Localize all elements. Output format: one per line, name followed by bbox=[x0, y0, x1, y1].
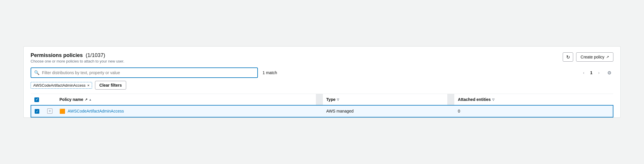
filter-tag-close-button[interactable]: × bbox=[87, 83, 89, 88]
th-check: ✓ bbox=[31, 94, 44, 105]
policy-name-link[interactable]: 🟧 AWSCodeArtifactAdminAccess bbox=[59, 108, 312, 114]
row-type-cell: AWS managed bbox=[323, 105, 448, 117]
sort-asc-icon[interactable]: ▲ bbox=[89, 98, 92, 101]
filter-row: AWSCodeArtifactAdminAccess × Clear filte… bbox=[31, 81, 613, 90]
panel-subtitle: Choose one or more policies to attach to… bbox=[31, 59, 124, 63]
th-attached-entities: Attached entities ▽ bbox=[454, 94, 613, 105]
external-link-icon: ↗ bbox=[606, 55, 609, 59]
col-divider-1 bbox=[316, 94, 323, 105]
th-policy-name: Policy name ↗ ▲ bbox=[56, 94, 316, 105]
filter-tag: AWSCodeArtifactAdminAccess × bbox=[31, 82, 92, 89]
panel-title-area: Permissions policies (1/1037) Choose one… bbox=[31, 52, 124, 63]
select-all-checkbox[interactable]: ✓ bbox=[34, 97, 39, 102]
create-policy-button[interactable]: Create policy ↗ bbox=[576, 52, 613, 62]
expand-icon[interactable]: + bbox=[47, 108, 52, 114]
table-row: ✓ + 🟧 AWSCodeArtifactAdminAccess AWS man… bbox=[31, 105, 613, 117]
external-link-icon: ↗ bbox=[85, 98, 87, 101]
refresh-button[interactable]: ↻ bbox=[563, 52, 573, 62]
search-box[interactable]: 🔍 bbox=[31, 67, 258, 78]
row-expand-cell: + bbox=[44, 105, 56, 117]
row-divider-2 bbox=[447, 105, 454, 117]
match-label: 1 match bbox=[263, 70, 277, 75]
next-page-button[interactable]: › bbox=[595, 69, 603, 77]
clear-filters-button[interactable]: Clear filters bbox=[95, 81, 126, 90]
filter-tag-text: AWSCodeArtifactAdminAccess bbox=[33, 83, 85, 88]
search-input[interactable] bbox=[42, 70, 254, 75]
search-row: 🔍 1 match ‹ 1 › ⚙ bbox=[31, 67, 613, 78]
panel-title: Permissions policies (1/1037) bbox=[31, 52, 124, 58]
header-actions: ↻ Create policy ↗ bbox=[563, 52, 613, 62]
row-checkbox[interactable]: ✓ bbox=[35, 109, 39, 114]
permissions-panel: Permissions policies (1/1037) Choose one… bbox=[23, 46, 621, 118]
page-number: 1 bbox=[590, 70, 592, 75]
col-divider-2 bbox=[447, 94, 454, 105]
row-checkbox-cell: ✓ bbox=[31, 105, 44, 117]
search-icon: 🔍 bbox=[34, 70, 40, 75]
permissions-table: ✓ Policy name ↗ ▲ Type ▽ bbox=[31, 94, 613, 117]
panel-header: Permissions policies (1/1037) Choose one… bbox=[31, 52, 613, 63]
th-expand bbox=[44, 94, 56, 105]
refresh-icon: ↻ bbox=[566, 54, 570, 60]
row-entities-cell: 0 bbox=[454, 105, 613, 117]
pagination-area: ‹ 1 › ⚙ bbox=[580, 69, 613, 77]
th-type: Type ▽ bbox=[323, 94, 448, 105]
pagination-settings-button[interactable]: ⚙ bbox=[605, 69, 613, 77]
row-policy-name-cell: 🟧 AWSCodeArtifactAdminAccess bbox=[56, 105, 316, 117]
settings-icon: ⚙ bbox=[607, 70, 611, 76]
row-divider-1 bbox=[316, 105, 323, 117]
sort-desc-icon-entities[interactable]: ▽ bbox=[492, 98, 495, 101]
sort-desc-icon-type[interactable]: ▽ bbox=[337, 98, 339, 101]
policy-icon: 🟧 bbox=[59, 108, 65, 114]
prev-page-button[interactable]: ‹ bbox=[580, 69, 588, 77]
table-header-row: ✓ Policy name ↗ ▲ Type ▽ bbox=[31, 94, 613, 105]
prev-icon: ‹ bbox=[583, 70, 585, 75]
next-icon: › bbox=[598, 70, 600, 75]
